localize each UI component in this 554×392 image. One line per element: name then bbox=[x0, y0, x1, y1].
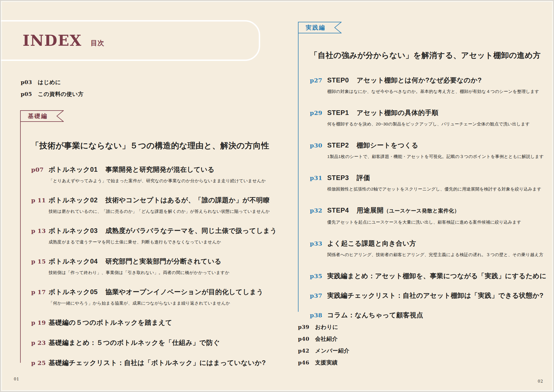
toc-entry-title-text: 基礎編の５つのボトルネックを踏まえて bbox=[49, 319, 172, 326]
toc-entry-body: STEP3評価 模倣困難性と拡張性の2軸でアセットをスクリーニングし、優先的に用… bbox=[327, 173, 541, 192]
toc-page-number: p 25 bbox=[31, 358, 49, 367]
basics-section-line bbox=[20, 110, 21, 363]
toc-row-title: 支援実績 bbox=[315, 359, 338, 366]
toc-entry-label: STEP0 bbox=[327, 76, 349, 84]
basics-section-tag: 基礎編 bbox=[20, 110, 64, 122]
toc-entry-body: STEP0アセット棚卸とは何か?なぜ必要なのか? 棚卸の対象はなにか、なぜ今やる… bbox=[327, 76, 539, 95]
toc-entry-desc: 「何か一緒にやろう」から始まる協業が、成果につながらないまま繰り返されていません… bbox=[49, 300, 263, 306]
toc-entry: p30 STEP2棚卸シートをつくる 1製品1枚のシートで、顧客課題・機能・アセ… bbox=[310, 141, 547, 160]
toc-entry-label: ボトルネック02 bbox=[49, 196, 98, 204]
page-number-left: 01 bbox=[14, 377, 19, 381]
toc-row-title: はじめに bbox=[38, 79, 61, 86]
toc-entry-label: ボトルネック05 bbox=[49, 288, 98, 296]
toc-entry-desc: 優先アセットを起点にユースケースを大量に洗い出し、顧客検証に進める案件候補に絞り… bbox=[327, 219, 521, 225]
toc-entry: p35 実践編まとめ：アセット棚卸を、事業につながる「実践」にするために bbox=[310, 271, 547, 281]
toc-entry-label: STEP2 bbox=[327, 141, 349, 149]
toc-row-title: この資料の使い方 bbox=[38, 90, 84, 98]
toc-entry-title-text: 基礎編まとめ：５つのボトルネックを「仕組み」で防ぐ bbox=[49, 339, 220, 346]
toc-entry-title-text: アセット棚卸とは何か?なぜ必要なのか? bbox=[357, 76, 482, 84]
toc-entry-desc: 1製品1枚のシートで、顧客課題・機能・アセットを可視化。記載の３つのポイントを事… bbox=[327, 154, 544, 160]
toc-entry-body: 基礎編チェックリスト：自社は「ボトルネック」にはまっていないか? bbox=[49, 358, 266, 367]
toc-entry-title: ボトルネック05協業やオープンイノベーションが目的化してしまう bbox=[49, 287, 263, 297]
toc-entry-title: ボトルネック02技術やコンセプトはあるが、「誰の課題か」が不明瞭 bbox=[49, 195, 270, 205]
toc-entry-title-text: 評価 bbox=[357, 174, 370, 181]
toc-entry-title: 実践編チェックリスト：自社のアセット棚卸は「実践」できる状態か? bbox=[327, 291, 544, 300]
toc-row: p05 この資料の使い方 bbox=[21, 90, 84, 98]
toc-entry-label: STEP1 bbox=[327, 109, 349, 116]
toc-entry-title-text: 協業やオープンイノベーションが目的化してしまう bbox=[105, 288, 263, 296]
toc-page: INDEX 目次 p03 はじめに p05 この資料の使い方 基礎編 「技術が事… bbox=[0, 0, 554, 392]
toc-page-number: p 17 bbox=[31, 287, 49, 306]
toc-entry: p31 STEP3評価 模倣困難性と拡張性の2軸でアセットをスクリーニングし、優… bbox=[310, 173, 547, 192]
toc-entry-title-text: 技術やコンセプトはあるが、「誰の課題か」が不明瞭 bbox=[105, 196, 270, 204]
toc-page-number: p30 bbox=[310, 141, 327, 160]
toc-entry-body: 基礎編の５つのボトルネックを踏まえて bbox=[49, 318, 172, 327]
practice-section-tag: 実践編 bbox=[298, 22, 342, 33]
toc-entry-desc: 何を棚卸するかを決め、20~30の製品をピックアップし、バリューチェーン全体の観… bbox=[327, 121, 530, 127]
toc-entry-desc: 成熟度がまるで違うテーマを同じ土俵に乗せ、判断も進行もできなくなっていませんか bbox=[49, 239, 277, 245]
toc-row: p39 おわりに bbox=[298, 323, 349, 331]
toc-entry-title-text: よく起こる課題と向き合い方 bbox=[327, 240, 416, 247]
toc-entry-body: ボトルネック01事業開発と研究開発が混在している 「とりあえずやってみよう」で始… bbox=[49, 165, 266, 184]
toc-entry: p07 ボトルネック01事業開発と研究開発が混在している 「とりあえずやってみよ… bbox=[31, 165, 274, 184]
toc-page-number: p31 bbox=[310, 173, 327, 192]
toc-entry-body: ボトルネック03成熟度がバラバラなテーマを、同じ土俵で扱ってしまう 成熟度がまる… bbox=[49, 226, 277, 245]
toc-entry-title-text: 基礎編チェックリスト：自社は「ボトルネック」にはまっていないか? bbox=[49, 359, 266, 366]
toc-entry: p27 STEP0アセット棚卸とは何か?なぜ必要なのか? 棚卸の対象はなにか、な… bbox=[310, 76, 547, 95]
toc-page-number: p33 bbox=[310, 239, 327, 258]
toc-entry: p29 STEP1アセット棚卸の具体的手順 何を棚卸するかを決め、20~30の製… bbox=[310, 108, 547, 127]
toc-entry: p 23 基礎編まとめ：５つのボトルネックを「仕組み」で防ぐ bbox=[31, 338, 274, 347]
toc-page-number: p 13 bbox=[31, 226, 49, 245]
front-matter-list: p03 はじめに p05 この資料の使い方 bbox=[21, 79, 84, 102]
toc-entry-desc: 棚卸の対象はなにか、なぜ今やるべきなのか。基本的な考え方と、棚卸が有効な４つのシ… bbox=[327, 88, 539, 95]
toc-entry-body: ボトルネック05協業やオープンイノベーションが目的化してしまう 「何か一緒にやろ… bbox=[49, 287, 263, 306]
toc-entry-label: ボトルネック04 bbox=[49, 257, 98, 265]
toc-entry-title: STEP0アセット棚卸とは何か?なぜ必要なのか? bbox=[327, 76, 539, 85]
toc-entry-title-text: 用途展開 bbox=[357, 206, 384, 214]
toc-entry-title-text: 事業開発と研究開発が混在している bbox=[105, 166, 214, 173]
toc-row: p46 支援実績 bbox=[298, 359, 349, 366]
practice-section: 「自社の強みが分からない」を解消する、アセット棚卸の進め方 p27 STEP0ア… bbox=[310, 50, 547, 330]
toc-entry-title: 基礎編の５つのボトルネックを踏まえて bbox=[49, 318, 172, 327]
toc-entry-title-text: アセット棚卸の具体的手順 bbox=[357, 109, 439, 116]
toc-entry-label: ボトルネック03 bbox=[49, 227, 98, 234]
toc-row-title: メンバー紹介 bbox=[315, 347, 349, 354]
toc-entry-desc: 技術側は「作って終わり」、事業側は「引き取れない」。両者の間に橋がかかっています… bbox=[49, 270, 229, 276]
toc-page-number: p 11 bbox=[31, 195, 49, 214]
toc-entry-title-text: 実践編チェックリスト：自社のアセット棚卸は「実践」できる状態か? bbox=[327, 292, 544, 299]
toc-entry-body: コラム：なんちゃって顧客視点 bbox=[327, 310, 423, 320]
toc-entry-title: STEP3評価 bbox=[327, 173, 541, 182]
toc-entry: p33 よく起こる課題と向き合い方 関係者へのヒアリング、技術者の顧客ヒアリング… bbox=[310, 239, 547, 258]
toc-row: p42 メンバー紹介 bbox=[298, 347, 349, 354]
toc-entry-label: ボトルネック01 bbox=[49, 166, 98, 173]
toc-entry-desc: 「とりあえずやってみよう」で始まった案件が、研究なのか事業なのか分からないまま走… bbox=[49, 178, 266, 184]
toc-entry-label: STEP3 bbox=[327, 174, 349, 181]
toc-entry-body: ボトルネック02技術やコンセプトはあるが、「誰の課題か」が不明瞭 技術は磨かれて… bbox=[49, 195, 270, 214]
toc-row: p40 会社紹介 bbox=[298, 335, 349, 342]
toc-entry-label: STEP4 bbox=[327, 206, 349, 214]
toc-entry-title: ボトルネック01事業開発と研究開発が混在している bbox=[49, 165, 266, 174]
toc-page-number: p32 bbox=[310, 206, 327, 225]
toc-entry-body: よく起こる課題と向き合い方 関係者へのヒアリング、技術者の顧客ヒアリング、完璧主… bbox=[327, 239, 543, 258]
toc-entry-body: 実践編まとめ：アセット棚卸を、事業につながる「実践」にするために bbox=[327, 271, 547, 281]
toc-entry-title: ボトルネック04研究部門と実装部門が分断されている bbox=[49, 257, 229, 266]
toc-entry-title: 基礎編チェックリスト：自社は「ボトルネック」にはまっていないか? bbox=[49, 358, 266, 367]
toc-entry: p 13 ボトルネック03成熟度がバラバラなテーマを、同じ土俵で扱ってしまう 成… bbox=[31, 226, 274, 245]
toc-entry-title: STEP1アセット棚卸の具体的手順 bbox=[327, 108, 530, 117]
toc-row: p03 はじめに bbox=[21, 79, 84, 86]
toc-page-number: p39 bbox=[298, 323, 315, 331]
toc-entry-body: STEP4用途展開（ユースケース発散と案件化） 優先アセットを起点にユースケース… bbox=[327, 206, 521, 225]
practice-section-line bbox=[298, 22, 299, 312]
toc-entry-title: ボトルネック03成熟度がバラバラなテーマを、同じ土俵で扱ってしまう bbox=[49, 226, 277, 235]
toc-entry: p 17 ボトルネック05協業やオープンイノベーションが目的化してしまう 「何か… bbox=[31, 287, 274, 306]
toc-entry: p32 STEP4用途展開（ユースケース発散と案件化） 優先アセットを起点にユー… bbox=[310, 206, 547, 225]
practice-heading: 「自社の強みが分からない」を解消する、アセット棚卸の進め方 bbox=[310, 50, 547, 61]
basics-tag-label: 基礎編 bbox=[20, 110, 64, 122]
toc-row-title: おわりに bbox=[315, 323, 338, 331]
toc-entry-title-text: 研究部門と実装部門が分断されている bbox=[105, 257, 221, 265]
toc-entry-title: コラム：なんちゃって顧客視点 bbox=[327, 310, 423, 320]
toc-page-number: p03 bbox=[21, 79, 38, 86]
toc-entry: p38 コラム：なんちゃって顧客視点 bbox=[310, 310, 547, 320]
toc-entry: p37 実践編チェックリスト：自社のアセット棚卸は「実践」できる状態か? bbox=[310, 291, 547, 300]
toc-entry-title-text: 実践編まとめ：アセット棚卸を、事業につながる「実践」にするために bbox=[327, 272, 547, 280]
